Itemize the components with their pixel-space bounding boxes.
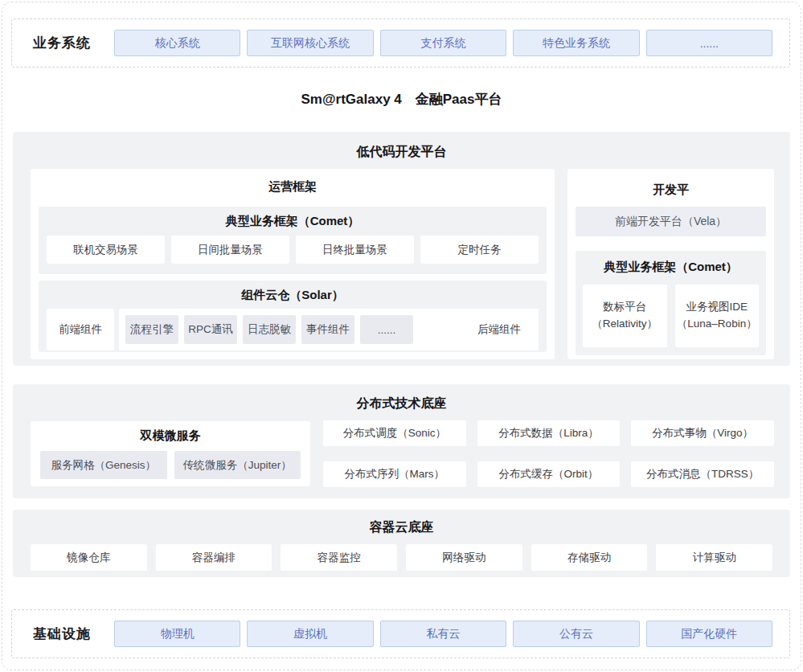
container-cloud-title: 容器云底座: [13, 510, 790, 536]
luna-robin-line1: 业务视图IDE: [686, 299, 748, 316]
button-mars-distributed-sequence[interactable]: 分布式序列（Mars）: [323, 461, 466, 487]
solar-chip-strip: 流程引擎 RPC通讯 日志脱敏 事件组件 ...... 后端组件: [119, 309, 539, 350]
chip-more-components[interactable]: ......: [360, 315, 413, 344]
operation-frame-panel: 运营框架 典型业务框架（Comet） 联机交易场景 日间批量场景 日终批量场景 …: [31, 169, 555, 359]
chip-event-component[interactable]: 事件组件: [301, 315, 354, 344]
infrastructure-label: 基础设施: [33, 625, 114, 643]
button-jupiter-traditional-microservice[interactable]: 传统微服务（Jupiter）: [174, 451, 301, 479]
infrastructure-buttons: 物理机 虚拟机 私有云 公有云 国产化硬件: [114, 621, 772, 647]
button-relativity-data-platform[interactable]: 数标平台 （Relativity）: [583, 285, 667, 347]
relativity-line2: （Relativity）: [592, 316, 658, 333]
dual-mode-title: 双模微服务: [31, 421, 310, 444]
button-physical-machine[interactable]: 物理机: [114, 621, 240, 647]
button-container-orchestration[interactable]: 容器编排: [156, 544, 272, 571]
business-systems-row: 业务系统 核心系统 互联网核心系统 支付系统 特色业务系统 ......: [11, 18, 790, 68]
button-payment-system[interactable]: 支付系统: [380, 30, 506, 56]
button-eod-batch-scene[interactable]: 日终批量场景: [296, 236, 414, 264]
comet-framework-title: 典型业务框架（Comet）: [39, 207, 547, 229]
button-more-systems[interactable]: ......: [646, 30, 772, 56]
dual-mode-buttons: 服务网格（Genesis） 传统微服务（Jupiter）: [31, 451, 310, 479]
solar-component-title: 组件云仓（Solar）: [39, 281, 547, 303]
button-internet-core-system[interactable]: 互联网核心系统: [247, 30, 373, 56]
page-title: Sm@rtGalaxy 4 金融Paas平台: [0, 90, 803, 109]
button-container-monitoring[interactable]: 容器监控: [281, 544, 397, 571]
comet-framework-box: 典型业务框架（Comet） 联机交易场景 日间批量场景 日终批量场景 定时任务: [39, 207, 547, 274]
business-systems-label: 业务系统: [33, 34, 114, 52]
button-storage-driver[interactable]: 存储驱动: [531, 544, 648, 571]
business-systems-buttons: 核心系统 互联网核心系统 支付系统 特色业务系统 ......: [114, 30, 772, 56]
chip-log-masking[interactable]: 日志脱敏: [243, 315, 296, 344]
button-orbit-distributed-cache[interactable]: 分布式缓存（Orbit）: [477, 461, 621, 487]
architecture-diagram: 业务系统 核心系统 互联网核心系统 支付系统 特色业务系统 ...... Sm@…: [0, 0, 803, 672]
button-genesis-service-mesh[interactable]: 服务网格（Genesis）: [40, 451, 167, 479]
dual-mode-microservice-panel: 双模微服务 服务网格（Genesis） 传统微服务（Jupiter）: [31, 421, 310, 486]
distributed-base-title: 分布式技术底座: [13, 384, 790, 412]
dev-platform-panel: 开发平 前端开发平台（Vela） 典型业务框架（Comet） 数标平台 （Rel…: [567, 169, 774, 359]
dev-platform-title: 开发平: [567, 169, 774, 198]
distributed-buttons-grid: 分布式调度（Sonic） 分布式数据（Libra） 分布式事物（Virgo） 分…: [323, 420, 774, 487]
button-compute-driver[interactable]: 计算驱动: [656, 544, 772, 571]
dev-comet-buttons: 数标平台 （Relativity） 业务视图IDE （Luna–Robin）: [576, 285, 766, 347]
button-domestic-hardware[interactable]: 国产化硬件: [646, 621, 772, 647]
button-online-trade-scene[interactable]: 联机交易场景: [47, 236, 165, 264]
button-special-business-system[interactable]: 特色业务系统: [513, 30, 639, 56]
button-core-system[interactable]: 核心系统: [114, 30, 240, 56]
button-luna-robin-business-view-ide[interactable]: 业务视图IDE （Luna–Robin）: [675, 285, 760, 347]
button-image-registry[interactable]: 镜像仓库: [31, 544, 147, 571]
button-public-cloud[interactable]: 公有云: [513, 621, 639, 647]
chip-process-engine[interactable]: 流程引擎: [125, 315, 178, 344]
button-tdrss-distributed-message[interactable]: 分布式消息（TDRSS）: [631, 461, 774, 487]
infrastructure-row: 基础设施 物理机 虚拟机 私有云 公有云 国产化硬件: [11, 609, 790, 658]
dev-comet-box: 典型业务框架（Comet） 数标平台 （Relativity） 业务视图IDE …: [576, 251, 766, 355]
chip-rpc-communication[interactable]: RPC通讯: [184, 315, 237, 344]
low-code-platform-title: 低代码开发平台: [13, 132, 790, 161]
operation-frame-title: 运营框架: [31, 169, 555, 195]
dev-comet-title: 典型业务框架（Comet）: [576, 251, 766, 275]
low-code-platform-section: 低代码开发平台 运营框架 典型业务框架（Comet） 联机交易场景 日间批量场景…: [13, 132, 790, 366]
button-virtual-machine[interactable]: 虚拟机: [247, 621, 373, 647]
comet-framework-buttons: 联机交易场景 日间批量场景 日终批量场景 定时任务: [39, 236, 547, 264]
button-backend-component[interactable]: 后端组件: [477, 322, 521, 337]
button-scheduled-task[interactable]: 定时任务: [420, 236, 539, 264]
container-cloud-section: 容器云底座 镜像仓库 容器编排 容器监控 网络驱动 存储驱动 计算驱动: [13, 510, 790, 577]
solar-component-box: 组件云仓（Solar） 前端组件 流程引擎 RPC通讯 日志脱敏 事件组件 ..…: [39, 281, 547, 352]
button-daytime-batch-scene[interactable]: 日间批量场景: [171, 236, 289, 264]
relativity-line1: 数标平台: [603, 299, 646, 316]
button-libra-distributed-data[interactable]: 分布式数据（Libra）: [477, 420, 621, 446]
container-cloud-buttons: 镜像仓库 容器编排 容器监控 网络驱动 存储驱动 计算驱动: [13, 544, 790, 571]
button-virgo-distributed-transaction[interactable]: 分布式事物（Virgo）: [631, 420, 774, 446]
button-sonic-distributed-scheduling[interactable]: 分布式调度（Sonic）: [323, 420, 466, 446]
button-private-cloud[interactable]: 私有云: [380, 621, 506, 647]
button-vela-frontend-dev-platform[interactable]: 前端开发平台（Vela）: [576, 207, 766, 236]
luna-robin-line2: （Luna–Robin）: [677, 316, 757, 333]
solar-component-row: 前端组件 流程引擎 RPC通讯 日志脱敏 事件组件 ...... 后端组件: [39, 309, 547, 350]
button-network-driver[interactable]: 网络驱动: [406, 544, 522, 571]
button-frontend-component[interactable]: 前端组件: [47, 309, 114, 350]
distributed-base-section: 分布式技术底座 双模微服务 服务网格（Genesis） 传统微服务（Jupite…: [13, 384, 790, 498]
